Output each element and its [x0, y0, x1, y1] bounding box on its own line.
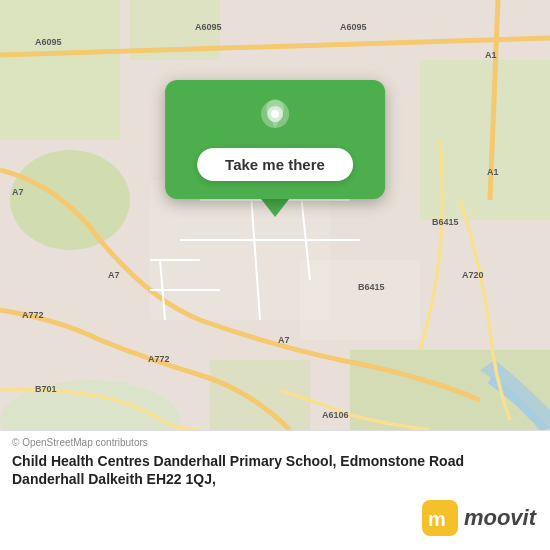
popup-overlay: Take me there	[165, 80, 385, 217]
svg-text:A1: A1	[487, 167, 499, 177]
moovit-logo: m moovit	[422, 500, 536, 536]
copyright-row: © OpenStreetMap contributors	[12, 437, 538, 448]
svg-text:A7: A7	[278, 335, 290, 345]
bottom-bar: © OpenStreetMap contributors Child Healt…	[0, 430, 550, 550]
svg-text:A772: A772	[148, 354, 170, 364]
svg-text:A720: A720	[462, 270, 484, 280]
svg-text:A7: A7	[12, 187, 24, 197]
moovit-icon: m	[422, 500, 458, 536]
copyright-text: © OpenStreetMap contributors	[12, 437, 148, 448]
svg-text:A1: A1	[485, 50, 497, 60]
popup-box: Take me there	[165, 80, 385, 199]
map-container: A6095 A6095 A6095 A1 A1 A7 A7 A7 A772 A7…	[0, 0, 550, 430]
svg-text:A772: A772	[22, 310, 44, 320]
svg-rect-1	[0, 0, 120, 140]
svg-text:A6106: A6106	[322, 410, 349, 420]
location-pin-svg	[257, 98, 293, 140]
svg-text:A6095: A6095	[35, 37, 62, 47]
svg-rect-9	[300, 260, 420, 340]
svg-text:A6095: A6095	[340, 22, 367, 32]
svg-text:A6095: A6095	[195, 22, 222, 32]
svg-text:B701: B701	[35, 384, 57, 394]
moovit-text: moovit	[464, 505, 536, 531]
svg-text:B6415: B6415	[358, 282, 385, 292]
svg-point-3	[10, 150, 130, 250]
take-me-there-button[interactable]: Take me there	[197, 148, 353, 181]
svg-rect-4	[420, 60, 550, 220]
popup-tail	[261, 199, 289, 217]
location-title: Child Health Centres Danderhall Primary …	[12, 452, 538, 488]
svg-text:m: m	[428, 508, 446, 530]
svg-text:B6415: B6415	[432, 217, 459, 227]
svg-text:A7: A7	[108, 270, 120, 280]
